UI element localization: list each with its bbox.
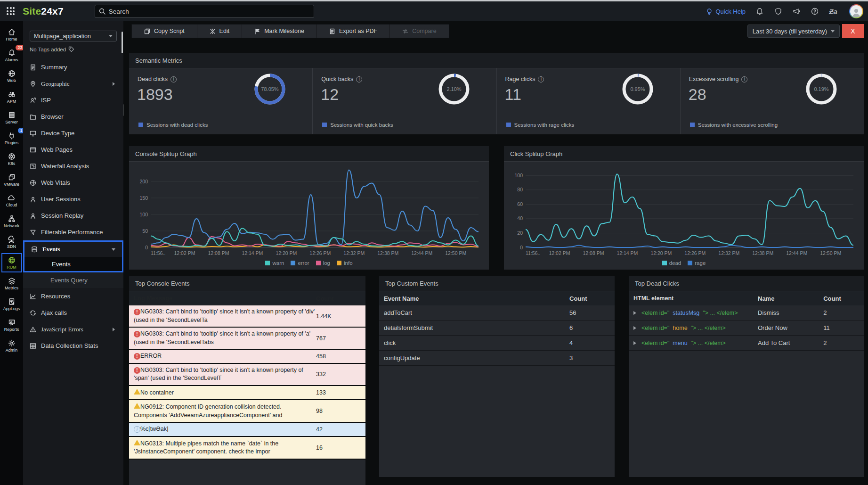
sidebar-item-summary[interactable]: Summary	[23, 59, 123, 75]
warning-icon	[134, 440, 140, 445]
expand-chevron-icon[interactable]	[633, 326, 638, 330]
rail-item-alarms[interactable]: 23 Alarms	[1, 46, 22, 65]
cloud-icon	[8, 194, 16, 202]
rail-item-plugins[interactable]: 1 Plugins	[1, 129, 22, 148]
error-icon	[134, 353, 140, 360]
site24x7-logo[interactable]: Site24x7	[23, 6, 64, 17]
table-row[interactable]: <elem id=" statusMsg "> ... </elem> Dism…	[629, 305, 864, 321]
table-row[interactable]: %c[twƏak] 42	[129, 423, 365, 437]
rum-globe-icon	[8, 256, 16, 264]
svg-text:12:26 PM: 12:26 PM	[684, 250, 706, 256]
edit-button[interactable]: Edit	[197, 25, 243, 38]
table-row[interactable]: NG0303: Can't bind to 'tooltip' since it…	[129, 305, 365, 328]
tags-row[interactable]: No Tags added	[30, 46, 117, 52]
sidebar-subitem-events-query[interactable]: Events Query	[23, 272, 123, 288]
svg-text:20: 20	[517, 230, 523, 236]
expand-chevron-icon[interactable]	[633, 311, 638, 315]
rail-item-sdn[interactable]: SDN	[1, 232, 22, 252]
click-splitup-chart[interactable]: 02040608010011:56..12:02 PM12:08 PM12:14…	[509, 164, 858, 258]
expand-chevron-icon[interactable]	[633, 341, 638, 345]
announcements-button[interactable]	[792, 7, 801, 16]
top-console-events-card: Top Console Events Log Message Count NG0…	[129, 276, 365, 485]
table-row[interactable]: detailsformSubmit 6	[379, 321, 615, 336]
sidebar-item-session-replay[interactable]: Session Replay	[23, 207, 123, 224]
zoho-signature-icon[interactable]: Ƶa	[829, 7, 837, 16]
rail-item-web[interactable]: Web	[1, 66, 22, 86]
console-splitup-chart[interactable]: 05010015020011:56..12:02 PM12:08 PM12:14…	[134, 164, 483, 258]
rail-item-vmware[interactable]: VMware	[1, 170, 22, 189]
globe-icon	[8, 70, 16, 77]
sidebar-item-resources[interactable]: Resources	[23, 288, 123, 304]
rail-item-apm[interactable]: APM	[1, 87, 22, 107]
sidebar-item-browser[interactable]: Browser	[23, 108, 123, 125]
rail-item-cloud[interactable]: Cloud	[1, 191, 22, 210]
legend-swatch	[662, 261, 667, 265]
table-row[interactable]: NG0303: Can't bind to 'tooltip' since it…	[129, 328, 365, 350]
compare-button[interactable]: Compare	[390, 25, 448, 38]
table-row[interactable]: addToCart 56	[379, 305, 615, 321]
help-button[interactable]	[811, 7, 819, 16]
console-chart-legend: warn error log info	[134, 260, 484, 266]
svg-text:0.19%: 0.19%	[814, 86, 828, 92]
rail-item-reports[interactable]: Reports	[1, 315, 22, 335]
table-row[interactable]: NG0313: Multiple pipes match the name `d…	[129, 437, 365, 460]
application-selector[interactable]: Multipage_application	[30, 31, 117, 41]
global-search[interactable]	[95, 5, 314, 18]
table-row[interactable]: <elem id=" menu "> ... </elem> Add To Ca…	[629, 336, 864, 351]
search-input[interactable]	[109, 8, 310, 15]
sidebar-item-filterable-performance[interactable]: Filterable Performance	[23, 224, 123, 240]
rail-item-rum[interactable]: RUM	[1, 253, 22, 272]
app-grid-icon[interactable]	[7, 7, 15, 16]
sidebar-item-device-type[interactable]: Device Type	[23, 125, 123, 141]
sidebar-item-web-vitals[interactable]: Web Vitals	[23, 174, 123, 191]
export-pdf-button[interactable]: Export as PDF	[317, 25, 390, 38]
sidebar-item-ajax-calls[interactable]: Ajax calls	[23, 304, 123, 321]
sidebar-item-geographic[interactable]: Geographic	[23, 75, 123, 92]
notifications-button[interactable]	[755, 7, 764, 16]
sidebar-subitem-events[interactable]: Events	[24, 257, 122, 271]
sidebar-item-waterfall-analysis[interactable]: Waterfall Analysis	[23, 158, 123, 174]
quick-help-button[interactable]: Quick Help	[706, 8, 746, 15]
close-monitor-button[interactable]: X	[842, 24, 864, 38]
copy-script-button[interactable]: Copy Script	[132, 25, 197, 38]
info-icon[interactable]: i	[741, 76, 747, 82]
info-icon[interactable]: i	[538, 76, 544, 82]
rail-item-admin[interactable]: Admin	[1, 336, 22, 355]
metric-value: 1893	[137, 85, 173, 104]
rail-item-server[interactable]: Server	[1, 108, 22, 127]
user-avatar[interactable]	[849, 4, 863, 18]
info-icon[interactable]: i	[170, 76, 177, 82]
mark-milestone-button[interactable]: Mark Milestone	[242, 25, 317, 38]
document-icon	[30, 64, 36, 71]
sidebar-item-isp[interactable]: ISP	[23, 92, 123, 108]
sidebar-item-javascript-errors[interactable]: JavaScript Errors	[23, 321, 123, 337]
sidebar-item-web-pages[interactable]: Web Pages	[23, 141, 123, 158]
dead-clicks-header: HTML element Name Count	[629, 291, 864, 305]
table-row[interactable]: NG0303: Can't bind to 'tooltip' since it…	[129, 364, 365, 386]
info-icon[interactable]: i	[356, 76, 362, 82]
sidebar-scrollbar[interactable]	[122, 32, 123, 53]
date-range-selector[interactable]: Last 30 days (till yesterday)	[747, 25, 840, 38]
browser-window-icon	[30, 147, 36, 153]
warning-icon	[134, 403, 140, 409]
rail-item-home[interactable]: Home	[1, 25, 22, 44]
sidebar-item-events[interactable]: Events	[24, 242, 122, 257]
rail-item-metrics[interactable]: Metrics	[1, 274, 22, 293]
warning-triangle-icon	[30, 326, 36, 333]
topbar: Site24x7 Quick Help Ƶa	[0, 1, 868, 21]
security-button[interactable]	[774, 7, 782, 16]
table-row[interactable]: <elem id=" home "> ... </elem> Order Now…	[629, 321, 864, 336]
table-row[interactable]: configUpdate 3	[379, 351, 615, 366]
table-row[interactable]: NG0912: Component ID generation collisio…	[129, 400, 365, 423]
chevron-down-icon	[831, 30, 835, 34]
table-row[interactable]: click 4	[379, 336, 615, 351]
sidebar-item-data-collection-stats[interactable]: Data Collection Stats	[23, 337, 123, 354]
table-row[interactable]: ERROR 458	[129, 350, 365, 364]
rail-item-network[interactable]: Network	[1, 212, 22, 231]
metric-dead-clicks: Dead clicksi 1893 78.05% Sessions with d…	[129, 68, 313, 134]
sidebar-item-user-sessions[interactable]: User Sessions	[23, 191, 123, 207]
rail-item-applogs[interactable]: AppLogs	[1, 295, 22, 314]
rail-item-k8s[interactable]: K8s	[1, 149, 22, 169]
isp-person-icon	[30, 97, 36, 104]
table-row[interactable]: No container 133	[129, 386, 365, 401]
